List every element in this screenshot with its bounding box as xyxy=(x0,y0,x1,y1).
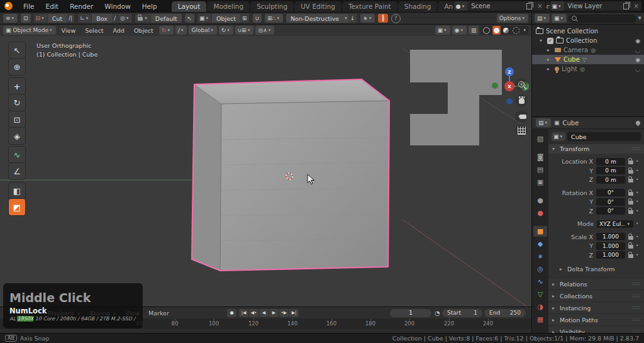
tab-texture[interactable]: ▦ xyxy=(533,314,547,325)
outliner-row-cube[interactable]: ▸ Cube ▽ ◉ xyxy=(532,55,644,64)
tab-render[interactable]: ◙ xyxy=(533,152,547,162)
tab-modeling[interactable]: Modeling xyxy=(207,1,250,12)
add-cube-tool-active[interactable]: ◩ xyxy=(9,199,25,215)
snap-grid-icon[interactable]: ⊞∴▾ xyxy=(265,14,283,23)
tab-object-data[interactable]: ▽ xyxy=(533,289,547,300)
box-setting[interactable]: ∟▾ Box ∕ ◎▾ xyxy=(78,14,132,23)
shading-wireframe-icon[interactable] xyxy=(482,26,491,35)
loc-z-animate-dot[interactable]: • xyxy=(633,177,641,183)
tab-texture-paint[interactable]: Texture Paint xyxy=(342,1,397,12)
tab-particles[interactable]: ∗ xyxy=(533,251,547,262)
mode-selector[interactable]: ▣ Object Mode▾ xyxy=(3,26,56,35)
auto-key-button[interactable]: ● xyxy=(227,309,236,317)
cut-setting[interactable]: ⊟▾ Cut /| xyxy=(34,14,75,23)
pivot-dropdown[interactable]: ↻▾ xyxy=(219,26,233,35)
cube-eye-icon[interactable]: ◉ xyxy=(635,57,640,63)
shading-solid-icon[interactable] xyxy=(492,26,501,35)
active-tool-icon[interactable]: ⊡ xyxy=(21,14,31,23)
object-target-icon[interactable]: ▣▾ xyxy=(197,14,212,23)
close-view-layer-icon[interactable]: × xyxy=(631,3,641,9)
gpencil-icon[interactable]: ∕▾ xyxy=(175,26,187,35)
panel-motion-paths[interactable]: ▸Motion Paths∷∷ xyxy=(548,313,644,325)
menu-window[interactable]: Window xyxy=(99,3,136,10)
tab-material[interactable]: ◑ xyxy=(533,301,547,312)
gear-icon[interactable]: ∗▾ xyxy=(360,14,375,23)
rot-z-animate-dot[interactable]: • xyxy=(633,208,641,214)
pin-icon[interactable] xyxy=(635,120,641,126)
tab-view-layer[interactable]: ▣ xyxy=(533,177,547,188)
tab-constraints[interactable]: ∿ xyxy=(533,276,547,287)
tool-settings-icon[interactable]: ≡▾ xyxy=(3,14,18,23)
light-disclosure-icon[interactable]: ▸ xyxy=(547,66,552,72)
scene-selector[interactable]: ●▾ Scene × xyxy=(453,1,546,11)
loc-x-lock-icon[interactable] xyxy=(628,160,633,164)
object-name-field[interactable]: Cube xyxy=(567,132,641,141)
help-circle-icon[interactable]: ? xyxy=(391,14,401,23)
current-frame-field[interactable]: 1 xyxy=(390,309,431,317)
zoom-button[interactable]: + xyxy=(515,78,528,91)
rot-x-field[interactable]: 0° xyxy=(596,189,625,196)
viewport-3d[interactable]: ▣ Object Mode▾ View Select Add Object ↻▾… xyxy=(0,24,531,306)
cube-disclosure-icon[interactable]: ▸ xyxy=(547,57,552,62)
rot-x-animate-dot[interactable]: • xyxy=(633,190,641,196)
vp-menu-add[interactable]: Add xyxy=(109,27,128,34)
scene-canvas[interactable] xyxy=(0,36,531,307)
ortho-toggle-button[interactable] xyxy=(515,124,528,137)
measure-tool[interactable]: ∠ xyxy=(9,163,25,179)
annotate-tool[interactable]: ∿ xyxy=(9,147,25,163)
loc-z-lock-icon[interactable] xyxy=(628,179,633,183)
panel-collections[interactable]: ▸Collections∷∷ xyxy=(548,290,644,301)
menu-help[interactable]: Help xyxy=(136,3,163,10)
jump-to-end-button[interactable]: ▶| xyxy=(289,309,299,317)
outliner-row-camera[interactable]: ▸ Camera ◎ ◡ xyxy=(532,45,644,55)
tab-scene[interactable]: ● xyxy=(533,195,547,206)
collection-checkbox[interactable]: ✓ xyxy=(547,38,553,44)
rot-y-field[interactable]: 0° xyxy=(596,198,625,206)
vp-menu-select[interactable]: Select xyxy=(81,27,107,34)
tab-layout[interactable]: Layout xyxy=(172,1,207,12)
scale-x-lock-icon[interactable] xyxy=(628,236,633,240)
scale-tool[interactable]: ⊡ xyxy=(9,111,25,128)
panel-instancing[interactable]: ▸Instancing∷∷ xyxy=(548,301,644,313)
scale-z-field[interactable]: 1.000 xyxy=(596,251,625,259)
new-view-layer-icon[interactable] xyxy=(623,3,629,9)
outliner-display-mode-icon[interactable]: ▤▾ xyxy=(535,14,550,23)
options-dropdown[interactable]: Options▾ xyxy=(497,14,528,23)
orientation-dropdown[interactable]: Global▾ xyxy=(189,26,216,35)
panel-relations[interactable]: ▸Relations∷∷ xyxy=(548,278,644,290)
snap-magnet-icon[interactable]: ∪ xyxy=(253,14,262,23)
tab-object[interactable]: ■ xyxy=(533,226,547,237)
tab-uv-editing[interactable]: UV Editing xyxy=(294,1,341,12)
view-layer-icon[interactable]: ▣▾ xyxy=(550,1,564,11)
snap-toggle-icon[interactable]: ∪⊞▾ xyxy=(235,26,254,35)
move-tool[interactable]: + xyxy=(9,78,25,94)
proportional-edit-icon[interactable]: ◎∧▾ xyxy=(255,26,274,35)
scale-x-field[interactable]: 1.000 xyxy=(596,233,625,240)
next-keyframe-button[interactable]: •▶ xyxy=(279,309,289,317)
transform-grip-icon[interactable]: ∷∷ xyxy=(633,146,640,152)
outliner-row-light[interactable]: ▸ Light ◎ ◡ xyxy=(532,64,644,74)
scene-name[interactable]: Scene xyxy=(467,3,524,9)
cut-mode-icon[interactable]: ⊟▾ xyxy=(34,14,48,23)
menu-render[interactable]: Render xyxy=(64,3,99,10)
tab-sculpting[interactable]: Sculpting xyxy=(250,1,294,12)
scene-icon[interactable]: ●▾ xyxy=(454,1,467,11)
transform-tool[interactable]: ◈ xyxy=(9,128,25,144)
loc-z-field[interactable]: 0 m xyxy=(596,176,625,184)
box-origin-icon[interactable]: ◎▾ xyxy=(118,14,132,23)
box-draw-icon[interactable]: ∕ xyxy=(112,14,118,23)
box-shape-icon[interactable]: ∟▾ xyxy=(78,14,92,23)
object-grid-icon[interactable]: ⊞ xyxy=(240,14,250,23)
object-setting[interactable]: ▣▾ Object ⊞ xyxy=(197,14,250,23)
view-layer-name[interactable]: View Layer xyxy=(564,3,621,9)
rot-z-field[interactable]: 0° xyxy=(596,207,625,215)
delta-transform-panel[interactable]: ▸Delta Transform xyxy=(548,264,641,274)
play-reverse-button[interactable]: ◀ xyxy=(259,309,269,317)
loc-y-lock-icon[interactable] xyxy=(628,170,633,174)
loc-x-animate-dot[interactable]: • xyxy=(633,159,641,164)
lock-icon[interactable]: ▾ xyxy=(135,14,151,23)
apply-icon[interactable]: ↓ xyxy=(348,14,358,23)
xray-toggle-icon[interactable]: ▥ xyxy=(469,26,479,35)
loc-y-animate-dot[interactable]: • xyxy=(633,168,641,174)
show-overlays-icon[interactable]: ◉▾ xyxy=(452,26,467,35)
